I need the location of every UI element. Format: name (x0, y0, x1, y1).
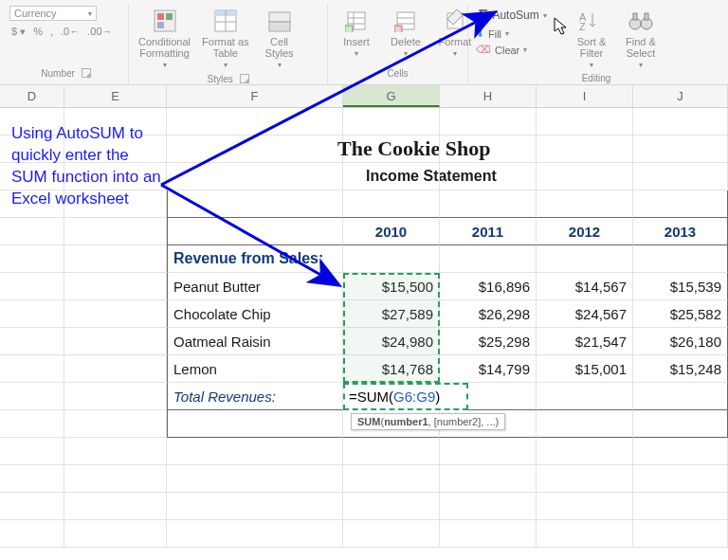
data-cell[interactable]: $25,582 (633, 300, 728, 328)
cell-styles-icon (266, 8, 293, 34)
svg-rect-1 (157, 13, 164, 20)
data-cell[interactable]: $15,539 (633, 273, 728, 300)
group-label-number: Number (41, 68, 75, 79)
chevron-down-icon: ▾ (543, 11, 547, 20)
group-label-styles: Styles (207, 74, 232, 84)
chevron-down-icon: ▾ (355, 49, 358, 58)
svg-rect-9 (269, 22, 290, 31)
format-as-table-button[interactable]: Format as Table ▾ (198, 6, 253, 71)
percent-icon[interactable]: % (31, 25, 45, 39)
col-header[interactable]: D (0, 85, 64, 107)
svg-rect-14 (345, 26, 353, 32)
sort-filter-label: Sort & Filter (577, 36, 607, 59)
format-cells-icon (442, 8, 468, 34)
function-tooltip: SUM(number1, [number2], ...) (351, 413, 505, 430)
col-header[interactable]: E (64, 85, 167, 107)
total-label: Total Revenues: (167, 383, 343, 410)
active-cell[interactable]: =SUM(G6:G9) (343, 383, 468, 410)
col-header[interactable]: F (167, 85, 343, 107)
delete-cells-icon (392, 8, 419, 34)
chevron-down-icon: ▾ (590, 61, 593, 69)
conditional-formatting-button[interactable]: Conditional Formatting ▾ (135, 6, 194, 71)
chevron-down-icon: ▾ (505, 29, 509, 38)
conditional-formatting-icon (152, 8, 178, 34)
autosum-button[interactable]: ∑ AutoSum ▾ (474, 6, 565, 25)
chevron-down-icon: ▾ (639, 61, 643, 69)
chevron-down-icon: ▾ (163, 61, 167, 69)
fill-button[interactable]: ⬇ Fill ▾ (474, 27, 565, 41)
data-cell[interactable]: $15,248 (633, 355, 728, 383)
data-cell[interactable]: $27,589 (343, 300, 440, 328)
data-cell[interactable]: $21,547 (537, 328, 633, 355)
cell-styles-label: Cell Styles (265, 36, 294, 59)
group-styles: Conditional Formatting ▾ Format as Table… (129, 4, 328, 84)
col-header[interactable]: H (440, 85, 537, 107)
chevron-down-icon: ▾ (88, 9, 92, 18)
data-cell[interactable]: $15,001 (537, 355, 633, 383)
data-cell[interactable]: $14,768 (343, 355, 440, 383)
svg-rect-3 (157, 22, 164, 28)
svg-rect-18 (394, 26, 402, 32)
column-headers: D E F G H I J (0, 85, 728, 108)
find-select-label: Find & Select (626, 36, 656, 59)
group-editing: ∑ AutoSum ▾ ⬇ Fill ▾ ⌫ Clear ▾ AZ (468, 4, 724, 84)
col-header[interactable]: I (537, 85, 633, 107)
row-label: Lemon (167, 355, 343, 383)
format-as-table-icon (212, 8, 239, 34)
dialog-launcher-icon[interactable] (82, 68, 91, 78)
data-cell[interactable]: $26,298 (440, 300, 537, 328)
data-cell[interactable]: $16,896 (440, 273, 537, 300)
fill-down-icon: ⬇ (476, 27, 484, 40)
data-cell[interactable]: $25,298 (440, 328, 537, 355)
clear-button[interactable]: ⌫ Clear ▾ (474, 43, 565, 57)
col-header-selected[interactable]: G (343, 85, 440, 107)
sort-filter-button[interactable]: AZ Sort & Filter ▾ (569, 6, 614, 71)
sigma-icon: ∑ (478, 7, 488, 24)
annotation-text: Using AutoSUM to quickly enter the SUM f… (11, 123, 161, 210)
svg-rect-25 (645, 13, 648, 20)
increase-decimal-icon[interactable]: .0← (59, 25, 82, 39)
chevron-down-icon: ▾ (523, 45, 527, 54)
data-cell[interactable]: $14,799 (440, 355, 537, 383)
year-header: 2010 (343, 218, 440, 245)
section-header: Revenue from Sales: (167, 245, 343, 273)
year-header: 2012 (537, 218, 633, 245)
dialog-launcher-icon[interactable] (240, 74, 249, 83)
year-header: 2013 (633, 218, 728, 245)
svg-text:Z: Z (579, 21, 586, 32)
decrease-decimal-icon[interactable]: .00→ (85, 25, 114, 39)
format-label: Format (439, 36, 472, 47)
col-header[interactable]: J (633, 85, 728, 107)
group-cells: Insert ▾ Delete ▾ Format ▾ Cells (328, 4, 468, 84)
row-label: Oatmeal Raisin (167, 328, 343, 355)
chevron-down-icon: ▾ (404, 49, 408, 58)
delete-label: Delete (391, 36, 421, 47)
formula-text: =SUM(G6:G9) (349, 388, 440, 405)
sort-filter-icon: AZ (578, 8, 605, 34)
comma-icon[interactable]: , (48, 25, 55, 39)
currency-icon[interactable]: $ ▾ (9, 25, 27, 39)
data-cell[interactable]: $24,980 (343, 328, 440, 355)
data-cell[interactable]: $24,567 (537, 300, 633, 328)
insert-cells-icon (343, 8, 370, 34)
group-label-editing: Editing (582, 73, 611, 83)
find-select-button[interactable]: Find & Select ▾ (618, 6, 664, 71)
ribbon: Currency ▾ $ ▾ % , .0← .00→ Number (0, 0, 728, 85)
svg-rect-2 (166, 13, 173, 20)
autosum-label: AutoSum (492, 9, 538, 22)
format-as-table-label: Format as Table (202, 36, 249, 59)
data-cell[interactable]: $15,500 (343, 273, 440, 300)
year-header: 2011 (440, 218, 537, 245)
eraser-icon: ⌫ (476, 44, 491, 56)
cell-styles-button[interactable]: Cell Styles ▾ (257, 6, 302, 71)
insert-button[interactable]: Insert ▾ (334, 6, 379, 60)
data-cell[interactable]: $14,567 (537, 273, 633, 300)
number-format-value: Currency (14, 8, 57, 19)
row-label: Chocolate Chip (167, 300, 343, 328)
number-format-dropdown[interactable]: Currency ▾ (9, 6, 97, 21)
row-label: Peanut Butter (167, 273, 343, 300)
delete-button[interactable]: Delete ▾ (383, 6, 428, 60)
data-cell[interactable]: $26,180 (633, 328, 728, 355)
group-label-cells: Cells (387, 68, 408, 79)
chevron-down-icon: ▾ (278, 61, 282, 69)
